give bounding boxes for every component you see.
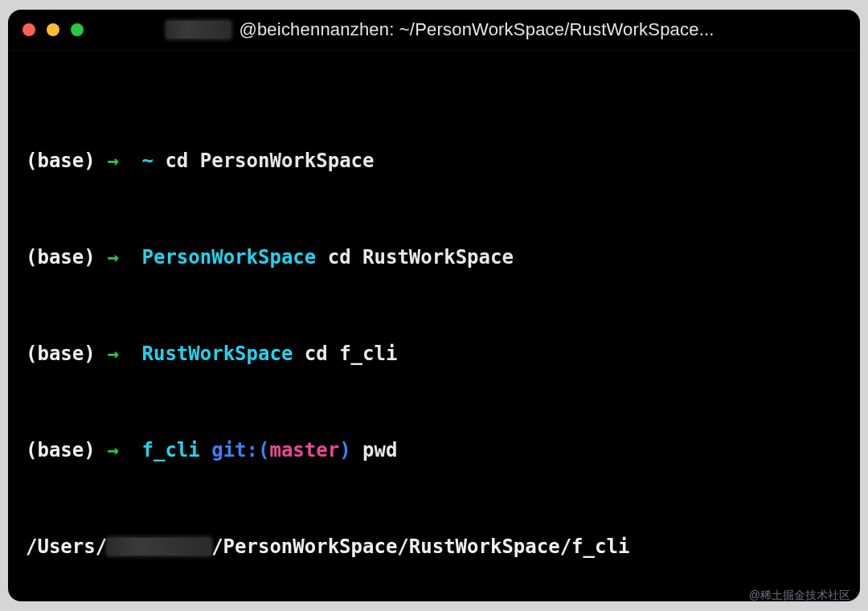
output-text: /PersonWorkSpace/RustWorkSpace/f_cli (211, 535, 629, 558)
window-title-wrap: @beichennanzhen: ~/PersonWorkSpace/RustW… (35, 19, 845, 40)
git-branch: master (269, 439, 339, 461)
redacted-username (166, 21, 231, 39)
window-titlebar: @beichennanzhen: ~/PersonWorkSpace/RustW… (8, 10, 860, 51)
command-text: cd f_cli (305, 342, 398, 365)
terminal-line: (base) → PersonWorkSpace cd RustWorkSpac… (26, 245, 842, 269)
terminal-window: @beichennanzhen: ~/PersonWorkSpace/RustW… (8, 10, 860, 601)
prompt-env: (base) (26, 246, 96, 269)
cwd-name: f_cli (142, 439, 200, 461)
window-title: @beichennanzhen: ~/PersonWorkSpace/RustW… (239, 19, 714, 40)
cwd-name: PersonWorkSpace (142, 246, 317, 269)
prompt-arrow-icon: → (107, 150, 118, 172)
terminal-body[interactable]: (base) → ~ cd PersonWorkSpace (base) → P… (8, 51, 860, 611)
prompt-arrow-icon: → (107, 342, 118, 365)
prompt-env: (base) (26, 439, 96, 461)
prompt-env: (base) (26, 342, 96, 365)
prompt-arrow-icon: → (107, 246, 118, 269)
command-text: pwd (362, 439, 397, 461)
prompt-arrow-icon: → (107, 439, 118, 461)
command-text: cd RustWorkSpace (328, 246, 514, 269)
cwd-home: ~ (142, 150, 154, 172)
cwd-name: RustWorkSpace (142, 342, 293, 365)
command-text: cd PersonWorkSpace (165, 150, 374, 172)
terminal-line: (base) → RustWorkSpace cd f_cli (26, 342, 842, 366)
terminal-line: (base) → f_cli git:(master) pwd (26, 438, 842, 462)
output-text: /Users/ (26, 535, 107, 558)
terminal-output: /Users//PersonWorkSpace/RustWorkSpace/f_… (26, 535, 842, 559)
close-icon[interactable] (23, 23, 35, 36)
git-label: git:( (211, 439, 269, 461)
prompt-env: (base) (26, 150, 96, 172)
watermark-text: @稀土掘金技术社区 (749, 588, 850, 603)
redacted-username (107, 538, 211, 556)
terminal-line: (base) → ~ cd PersonWorkSpace (26, 149, 842, 173)
git-close: ) (339, 439, 350, 461)
